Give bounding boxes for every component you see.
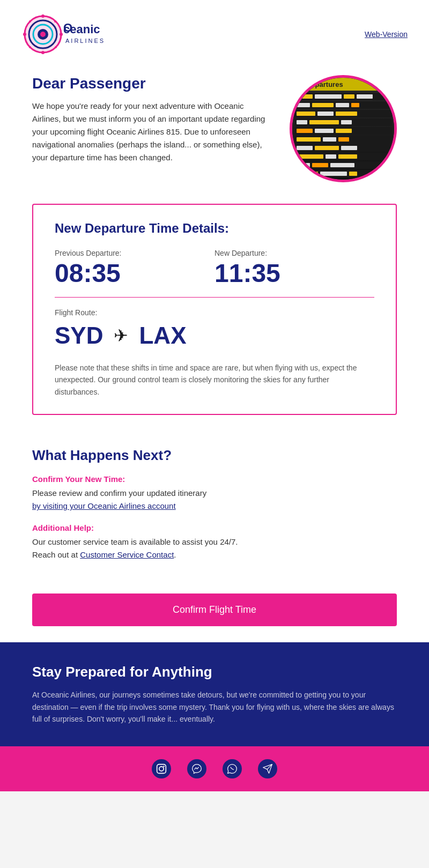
route-display: SYD ✈ LAX — [55, 322, 374, 349]
svg-text:AIRLINES: AIRLINES — [65, 38, 105, 44]
route-label: Flight Route: — [55, 308, 374, 317]
origin-airport: SYD — [55, 322, 103, 349]
email-wrapper: ceanic O AIRLINES Web-Version Dear Passe… — [0, 0, 429, 791]
instagram-icon[interactable] — [152, 759, 171, 778]
step1-body-text: Please review and confirm your updated i… — [32, 488, 206, 498]
svg-point-6 — [23, 33, 26, 36]
svg-point-8 — [55, 46, 57, 48]
departures-image: ✈ Departures — [290, 75, 397, 182]
web-version-link[interactable]: Web-Version — [365, 30, 408, 39]
previous-departure-group: Previous Departure: 08:35 — [55, 249, 214, 286]
destination-airport: LAX — [139, 322, 186, 349]
intro-title: Dear Passenger — [32, 75, 273, 92]
whatsapp-icon[interactable] — [223, 759, 242, 778]
details-box: New Departure Time Details: Previous Dep… — [32, 204, 397, 415]
divider — [55, 297, 374, 298]
confirm-flight-time-button[interactable]: Confirm Flight Time — [32, 593, 397, 626]
logo: ceanic O AIRLINES — [21, 13, 139, 56]
cta-section: Confirm Flight Time — [0, 588, 429, 642]
svg-text:O: O — [63, 21, 72, 34]
plane-icon: ✈ — [114, 325, 128, 346]
header: ceanic O AIRLINES Web-Version — [0, 0, 429, 64]
departures-board: ✈ Departures — [292, 78, 394, 180]
previous-departure-value: 08:35 — [55, 261, 214, 286]
step2-link[interactable]: Customer Service Contact — [80, 550, 174, 559]
step2-body-suffix: . — [174, 550, 176, 559]
next-title: What Happens Next? — [32, 447, 397, 464]
logo-container: ceanic O AIRLINES — [21, 13, 139, 56]
step1-block: Confirm Your New Time: Please review and… — [32, 474, 397, 513]
departures-label: Departures — [306, 80, 343, 88]
airline-icon: ✈ — [297, 80, 303, 88]
svg-point-3 — [41, 14, 45, 18]
board-rows — [292, 91, 394, 180]
intro-section: Dear Passenger We hope you're ready for … — [0, 64, 429, 198]
svg-point-9 — [29, 46, 31, 48]
step2-body: Our customer service team is available t… — [32, 536, 397, 561]
route-section: Flight Route: SYD ✈ LAX — [55, 308, 374, 349]
next-section: What Happens Next? Confirm Your New Time… — [0, 431, 429, 588]
svg-point-14 — [40, 32, 46, 37]
new-departure-label: New Departure: — [214, 249, 374, 257]
footer-blue: Stay Prepared for Anything At Oceanic Ai… — [0, 642, 429, 746]
svg-point-20 — [163, 766, 165, 768]
details-section: New Departure Time Details: Previous Dep… — [0, 198, 429, 431]
step2-heading: Additional Help: — [32, 523, 397, 532]
new-departure-group: New Departure: 11:35 — [214, 249, 374, 286]
step1-link[interactable]: by visiting your Oceanic Airlines accoun… — [32, 501, 176, 510]
telegram-icon[interactable] — [258, 759, 277, 778]
svg-point-7 — [54, 20, 56, 23]
svg-point-19 — [159, 767, 164, 771]
footer-pink — [0, 746, 429, 791]
previous-departure-label: Previous Departure: — [55, 249, 214, 257]
departure-times: Previous Departure: 08:35 New Departure:… — [55, 249, 374, 286]
new-departure-value: 11:35 — [214, 261, 374, 286]
step1-heading: Confirm Your New Time: — [32, 474, 397, 484]
svg-point-5 — [41, 51, 45, 54]
details-note: Please note that these shifts in time an… — [55, 362, 374, 398]
svg-rect-18 — [157, 765, 166, 774]
intro-text: Dear Passenger We hope you're ready for … — [32, 75, 290, 164]
step1-body: Please review and confirm your updated i… — [32, 487, 397, 513]
departures-header: ✈ Departures — [292, 78, 394, 91]
footer-body: At Oceanic Airlines, our journeys someti… — [32, 689, 397, 725]
footer-title: Stay Prepared for Anything — [32, 664, 397, 680]
intro-body: We hope you're ready for your next adven… — [32, 100, 273, 164]
svg-point-10 — [29, 20, 31, 23]
svg-point-4 — [60, 33, 63, 36]
messenger-icon[interactable] — [187, 759, 206, 778]
step2-block: Additional Help: Our customer service te… — [32, 523, 397, 561]
details-title: New Departure Time Details: — [55, 221, 374, 236]
